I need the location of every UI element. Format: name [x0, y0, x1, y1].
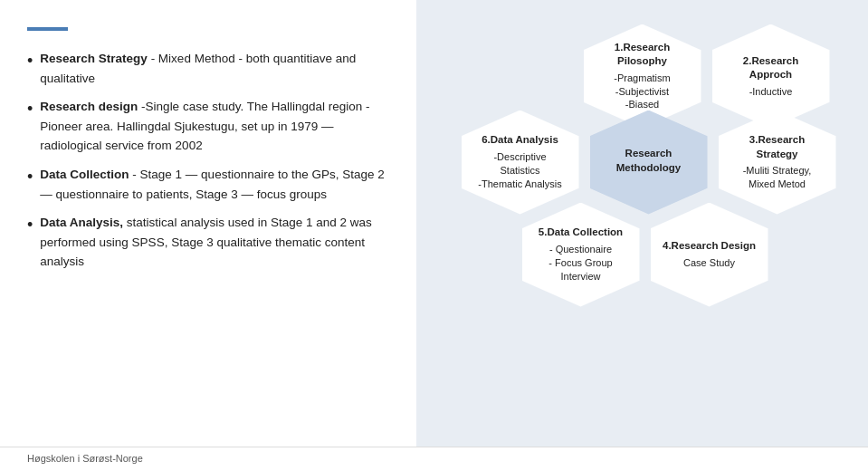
hex3-line1: -Muliti Strategy,: [743, 164, 812, 178]
hex6-line1: -Descriptive: [493, 150, 546, 164]
hex6-line3: -Thematic Analysis: [478, 178, 561, 191]
hex5-line1: - Questionaire: [549, 243, 612, 256]
list-item-3: Data Collection - Stage 1 — questionnair…: [27, 165, 389, 204]
bold-data-analysis: Data Analysis,: [40, 216, 123, 229]
hex-data-collection: 5.Data Collection - Questionaire - Focus…: [522, 203, 640, 307]
left-text: Research Strategy - Mixed Method - both …: [27, 49, 389, 281]
bold-research-design: Research design: [40, 100, 138, 113]
hex1-line3: -Biased: [625, 98, 659, 111]
list-item-1: Research Strategy - Mixed Method - both …: [27, 49, 389, 88]
blue-line: [27, 27, 68, 31]
list-item-4: Data Analysis, statistical analysis used…: [27, 213, 389, 272]
hex6-title: 6.Data Analysis: [482, 133, 558, 148]
hex-diagram: 1.Research Pilosophy -Pragmatism -Subjec…: [444, 15, 842, 432]
hex3-line2: Mixed Metod: [749, 178, 806, 191]
bold-research-strategy: Research Strategy: [40, 52, 148, 65]
hex1-title: 1.Research Pilosophy: [593, 41, 692, 69]
bold-data-collection: Data Collection: [40, 168, 129, 181]
hex3-title: 3.Research Strategy: [728, 133, 827, 161]
list-item-2: Research design -Single case study. The …: [27, 97, 389, 156]
hex5-line2: - Focus Group: [548, 256, 612, 270]
right-panel: 1.Research Pilosophy -Pragmatism -Subjec…: [416, 0, 868, 447]
left-panel: Research Strategy - Mixed Method - both …: [0, 0, 416, 447]
hex4-line1: Case Study: [683, 256, 735, 270]
hex1-line1: -Pragmatism: [614, 72, 670, 85]
main-content: Research Strategy - Mixed Method - both …: [0, 0, 868, 447]
footer-label: Høgskolen i Sørøst-Norge: [27, 453, 143, 464]
footer: Høgskolen i Sørøst-Norge: [0, 447, 868, 471]
hex-research-approach: 2.Research Approch -Inductive: [712, 24, 830, 129]
hex6-line2: Statistics: [500, 164, 539, 178]
hex-center-title: Research Methodology: [599, 147, 699, 175]
hex5-line3: Interview: [560, 270, 600, 284]
hex1-line2: -Subjectivist: [615, 85, 669, 99]
hex-research-philosophy: 1.Research Pilosophy -Pragmatism -Subjec…: [584, 24, 701, 129]
hex2-line1: -Inductive: [749, 85, 793, 99]
hex-data-analysis: 6.Data Analysis -Descriptive Statistics …: [462, 111, 579, 215]
hex2-title: 2.Research Approch: [721, 54, 821, 82]
hex4-title: 4.Research Design: [663, 239, 756, 254]
hex5-title: 5.Data Collection: [539, 226, 623, 240]
hex-research-design: 4.Research Design Case Study: [651, 203, 768, 307]
hex-center-methodology: Research Methodology: [590, 111, 708, 215]
hex-research-strategy: 3.Research Strategy -Muliti Strategy, Mi…: [719, 111, 836, 215]
